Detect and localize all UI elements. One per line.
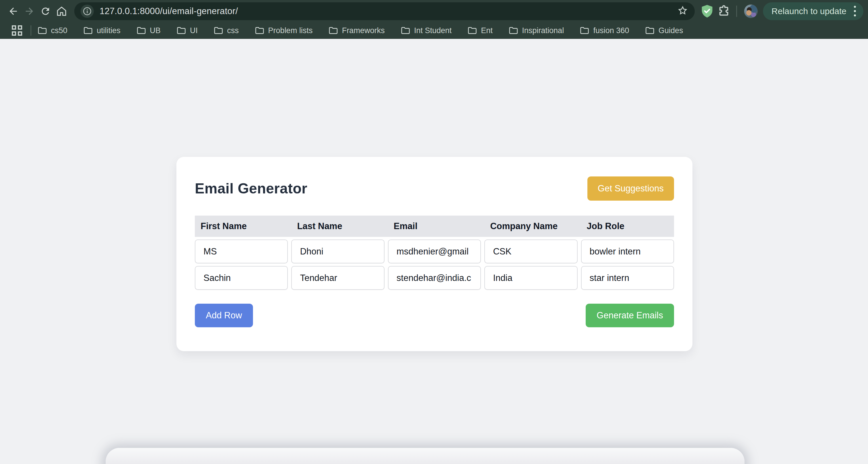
folder-icon <box>329 27 338 35</box>
site-info-button[interactable] <box>81 5 94 18</box>
bookmarks-divider <box>31 25 31 36</box>
company-name-input[interactable] <box>484 266 577 290</box>
table-row <box>195 240 674 264</box>
toolbar-divider <box>736 5 737 17</box>
bookmark-label: Int Student <box>414 26 452 35</box>
apps-grid-icon <box>12 25 22 36</box>
url-text[interactable]: 127.0.0.1:8000/ui/email-generator/ <box>100 6 674 17</box>
folder-icon <box>580 27 589 35</box>
star-icon <box>677 5 688 17</box>
bookmark-folder-guides[interactable]: Guides <box>645 26 683 35</box>
bookmark-folder-ub[interactable]: UB <box>137 26 161 35</box>
email-input[interactable] <box>388 266 481 290</box>
apps-grid-button[interactable] <box>10 25 24 36</box>
folder-icon <box>401 27 410 35</box>
home-button[interactable] <box>54 3 70 19</box>
page-title: Email Generator <box>195 180 307 197</box>
bookmark-label: UI <box>190 26 198 35</box>
bookmark-folder-inspirational[interactable]: Inspirational <box>509 26 564 35</box>
folder-icon <box>468 27 477 35</box>
page-viewport: Email Generator Get Suggestions First Na… <box>0 39 868 464</box>
job-role-input[interactable] <box>581 266 674 290</box>
reload-icon <box>40 6 51 17</box>
folder-icon <box>177 27 186 35</box>
relaunch-to-update-button[interactable]: Relaunch to update <box>763 2 863 20</box>
email-input[interactable] <box>388 240 481 264</box>
background-window-edge <box>105 448 745 464</box>
bookmark-label: Inspirational <box>522 26 564 35</box>
shield-check-icon <box>701 4 713 18</box>
column-header-company-name: Company Name <box>484 221 577 231</box>
extensions-button[interactable] <box>715 3 732 20</box>
bookmark-folder-frameworks[interactable]: Frameworks <box>329 26 385 35</box>
column-header-job-role: Job Role <box>581 221 674 231</box>
table-row <box>195 266 674 290</box>
bookmark-folder-ui[interactable]: UI <box>177 26 198 35</box>
bookmark-label: Frameworks <box>342 26 385 35</box>
home-icon <box>56 6 67 17</box>
first-name-input[interactable] <box>195 240 288 264</box>
folder-icon <box>645 27 654 35</box>
add-row-button[interactable]: Add Row <box>195 304 253 327</box>
bookmark-folder-utilities[interactable]: utilities <box>84 26 121 35</box>
column-header-first-name: First Name <box>195 221 288 231</box>
get-suggestions-button[interactable]: Get Suggestions <box>587 177 674 200</box>
back-arrow-icon <box>8 6 19 17</box>
bookmark-label: UB <box>150 26 161 35</box>
bookmark-label: css <box>227 26 239 35</box>
bookmarks-bar: cs50 utilities UB UI css Problem lists F… <box>0 22 868 39</box>
bookmark-star-button[interactable] <box>677 5 688 18</box>
folder-icon <box>214 27 223 35</box>
bookmark-label: utilities <box>97 26 121 35</box>
column-header-last-name: Last Name <box>291 221 384 231</box>
back-button[interactable] <box>5 3 21 19</box>
forward-arrow-icon <box>24 6 35 17</box>
forward-button[interactable] <box>21 3 37 19</box>
bookmark-folder-problem-lists[interactable]: Problem lists <box>255 26 313 35</box>
bookmark-folder-css[interactable]: css <box>214 26 239 35</box>
folder-icon <box>255 27 264 35</box>
bookmark-folder-cs50[interactable]: cs50 <box>38 26 67 35</box>
company-name-input[interactable] <box>484 240 577 264</box>
column-header-email: Email <box>388 221 481 231</box>
first-name-input[interactable] <box>195 266 288 290</box>
info-icon <box>83 7 92 16</box>
bookmark-folder-fusion-360[interactable]: fusion 360 <box>580 26 629 35</box>
bookmark-label: cs50 <box>51 26 67 35</box>
bookmark-label: Problem lists <box>268 26 313 35</box>
address-bar[interactable]: 127.0.0.1:8000/ui/email-generator/ <box>74 2 695 20</box>
folder-icon <box>84 27 93 35</box>
puzzle-icon <box>717 5 731 18</box>
folder-icon <box>38 27 47 35</box>
table-header-row: First Name Last Name Email Company Name … <box>195 216 674 237</box>
bookmark-label: Guides <box>658 26 683 35</box>
profile-avatar[interactable] <box>744 4 758 18</box>
adblock-extension-button[interactable] <box>699 3 715 20</box>
generate-emails-button[interactable]: Generate Emails <box>586 304 674 327</box>
last-name-input[interactable] <box>291 266 384 290</box>
bookmark-folder-int-student[interactable]: Int Student <box>401 26 452 35</box>
browser-toolbar: 127.0.0.1:8000/ui/email-generator/ Relau… <box>0 0 868 22</box>
bookmark-folder-ent[interactable]: Ent <box>468 26 493 35</box>
bookmark-label: fusion 360 <box>593 26 629 35</box>
folder-icon <box>137 27 146 35</box>
email-generator-card: Email Generator Get Suggestions First Na… <box>177 157 692 351</box>
relaunch-label: Relaunch to update <box>772 6 846 16</box>
job-role-input[interactable] <box>581 240 674 264</box>
browser-menu-icon[interactable] <box>852 6 858 17</box>
email-table: First Name Last Name Email Company Name … <box>195 216 674 290</box>
reload-button[interactable] <box>37 3 54 19</box>
folder-icon <box>509 27 518 35</box>
bookmark-label: Ent <box>481 26 493 35</box>
browser-window: 127.0.0.1:8000/ui/email-generator/ Relau… <box>0 0 868 464</box>
last-name-input[interactable] <box>291 240 384 264</box>
